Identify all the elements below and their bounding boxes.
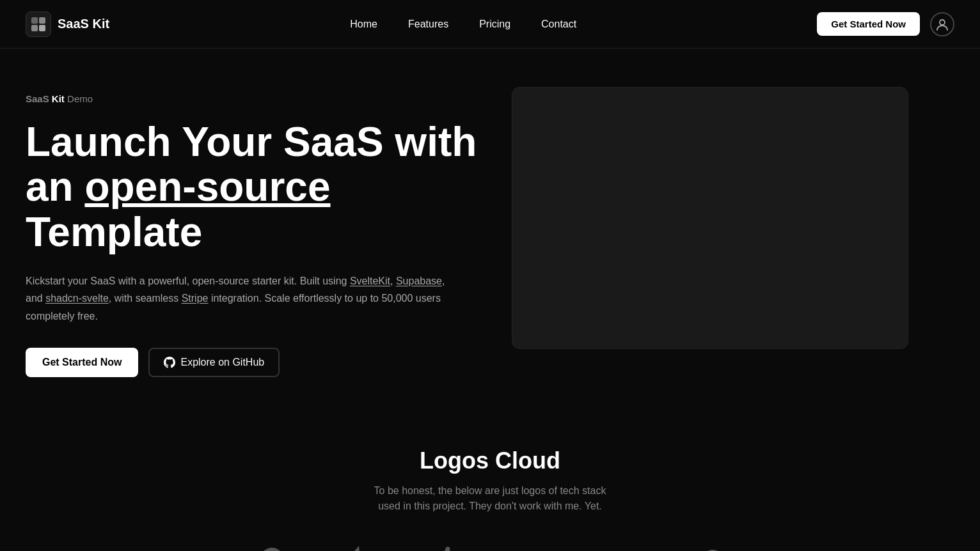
svg-rect-2 (31, 25, 38, 31)
hero-section: SaaS Kit Demo Launch Your SaaS with an o… (0, 49, 980, 415)
hero-title-prefix: an (26, 164, 84, 210)
hero-buttons: Get Started Now Explore on GitHub (26, 348, 486, 377)
svg-rect-1 (39, 17, 45, 24)
badge-kit: Kit (49, 93, 65, 104)
hero-description: Kickstart your SaaS with a powerful, ope… (26, 272, 448, 325)
nav-right: Get Started Now (817, 12, 954, 36)
hero-title-suffix: Template (26, 209, 202, 255)
nav-logo[interactable]: SaaS Kit (26, 12, 109, 37)
badge-demo: Demo (65, 93, 93, 104)
hero-title-link[interactable]: open-source (84, 164, 330, 210)
user-account-icon[interactable] (930, 12, 954, 36)
logos-subtitle-line1: To be honest, the below are just logos o… (374, 485, 606, 496)
supabase-link[interactable]: Supabase (396, 276, 442, 286)
svg-rect-0 (31, 17, 38, 24)
nav-item-pricing[interactable]: Pricing (479, 19, 510, 30)
navbar: SaaS Kit Home Features Pricing Contact G… (0, 0, 980, 49)
hero-title-line1: Launch Your SaaS with (26, 119, 477, 165)
badge-saas: SaaS (26, 93, 49, 104)
nav-item-home[interactable]: Home (350, 19, 377, 30)
github-button-label: Explore on GitHub (180, 357, 264, 368)
svg-point-4 (940, 20, 945, 25)
github-button[interactable]: Explore on GitHub (148, 348, 280, 377)
logos-cloud-title: Logos Cloud (26, 447, 954, 474)
shadcn-logo (425, 546, 460, 551)
desc-text-1: Kickstart your SaaS with a powerful, ope… (26, 276, 350, 286)
shadcn-link[interactable]: shadcn-svelte (45, 293, 109, 304)
logos-cloud-section: Logos Cloud To be honest, the below are … (0, 415, 980, 551)
svg-rect-5 (435, 546, 450, 551)
nav-links: Home Features Pricing Contact (350, 19, 576, 30)
desc-mid: , with seamless (109, 293, 182, 304)
hero-video-placeholder (512, 87, 908, 349)
github-icon (164, 357, 175, 368)
svg-rect-3 (39, 25, 45, 31)
logos-cloud-subtitle: To be honest, the below are just logos o… (26, 483, 954, 514)
hero-content: SaaS Kit Demo Launch Your SaaS with an o… (26, 87, 486, 377)
logos-row (26, 546, 954, 551)
stripe-logo (613, 546, 642, 551)
svelte-logo (249, 547, 287, 551)
hero-title: Launch Your SaaS with an open-source Tem… (26, 120, 486, 254)
logo-icon (26, 12, 51, 37)
hero-badge: SaaS Kit Demo (26, 93, 486, 104)
nav-item-features[interactable]: Features (408, 19, 448, 30)
nav-item-contact[interactable]: Contact (541, 19, 576, 30)
postgres-logo (693, 546, 732, 551)
logo-text: SaaS Kit (58, 17, 109, 31)
get-started-hero-button[interactable]: Get Started Now (26, 348, 138, 377)
sveltekit-link[interactable]: SvelteKit (350, 276, 390, 286)
supabase-logo (338, 546, 374, 551)
stripe-link[interactable]: Stripe (182, 293, 209, 304)
get-started-nav-button[interactable]: Get Started Now (817, 12, 920, 36)
logos-subtitle-line2: used in this project. They don't work wi… (378, 501, 602, 511)
desc-sep1: , (390, 276, 396, 286)
